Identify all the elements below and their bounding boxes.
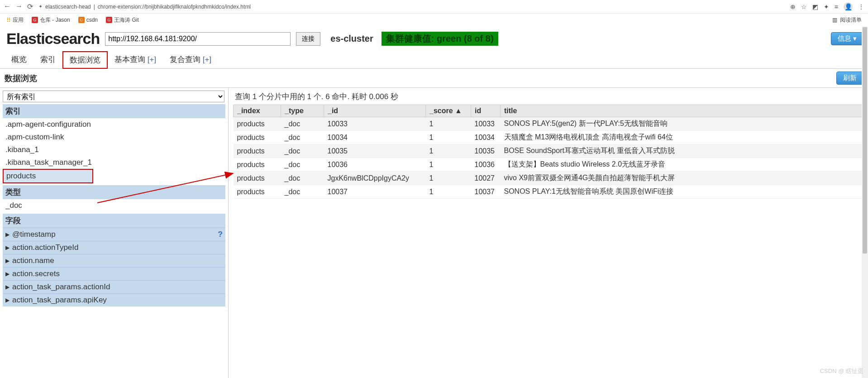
extension-icon: ✦ [38,4,43,10]
index-select[interactable]: 所有索引 [3,91,224,102]
reading-list[interactable]: ▥阅读清单 [832,16,862,24]
table-cell: 1 [426,158,471,172]
table-cell: 【送支架】Beats studio Wireless 2.0无线蓝牙录音 [501,158,863,172]
table-cell: products [234,185,281,199]
table-cell: 天猫魔盒 M13网络电视机顶盒 高清电视盒子wifi 64位 [501,131,863,144]
sidebar-index-item[interactable]: .apm-custom-link [3,131,225,144]
bookmarks-bar: ⠿应用 G仓库 - Jason Ccsdn G王海涛 Git ▥阅读清单 [0,14,868,26]
table-cell: _doc [281,117,324,131]
es-logo: Elasticsearch [6,30,100,48]
back-icon[interactable]: ← [4,2,11,11]
results-table: _index_type_id_score ▲idtitle products_d… [233,105,863,199]
table-cell: 10035 [324,144,426,158]
table-cell: 1 [426,185,471,199]
sidebar-field-item[interactable]: ▶action.name [3,254,225,267]
table-cell: products [234,158,281,172]
table-cell: _doc [281,172,324,185]
column-header[interactable]: title [501,105,863,117]
table-cell: vivo X9前置双摄全网通4G美颜自拍超薄智能手机大屏 [501,172,863,185]
content-area: 所有索引 索引 .apm-agent-configuration.apm-cus… [0,88,868,378]
sidebar-field-item[interactable]: ▶action.actionTypeId [3,241,225,254]
page-url: chrome-extension://bnijbhikabdjiflknalof… [98,4,251,10]
column-header[interactable]: _score ▲ [426,105,471,117]
table-cell: 10034 [471,131,501,144]
sidebar-index-item[interactable]: products [3,169,93,183]
page-title: 数据浏览 [5,73,37,84]
scrollbar[interactable] [862,26,868,378]
chevron-right-icon: ▶ [5,271,10,277]
sidebar-type-item[interactable]: _doc [3,199,225,212]
table-row[interactable]: products_docJgxK6nwBlCDppIgyCA2y110027vi… [234,172,863,185]
reload-icon[interactable]: ⟳ [27,2,33,11]
avatar-icon[interactable]: 👤 [844,2,853,11]
table-cell: 10027 [471,172,501,185]
tab-indices[interactable]: 索引 [33,51,62,69]
sidebar-index-item[interactable]: .apm-agent-configuration [3,118,225,131]
table-cell: _doc [281,158,324,172]
connection-url-input[interactable] [105,32,291,46]
table-cell: 10033 [471,117,501,131]
refresh-button[interactable]: 刷新 [836,72,863,85]
table-row[interactable]: products_doc10037110037SONOS PLAY:1无线智能音… [234,185,863,199]
sidebar-index-item[interactable]: .kibana_task_manager_1 [3,156,225,169]
table-cell: _doc [281,131,324,144]
sidebar-index-item[interactable]: .kibana_1 [3,144,225,156]
table-cell: products [234,144,281,158]
list-icon: ▥ [832,17,837,23]
search-icon[interactable]: ⊕ [790,3,796,10]
column-header[interactable]: _id [324,105,426,117]
scrollbar-thumb[interactable] [863,27,867,254]
extensions-icon[interactable]: ✦ [824,3,829,10]
table-cell: 10035 [471,144,501,158]
cluster-name: es-cluster [330,33,373,44]
table-cell: products [234,131,281,144]
table-row[interactable]: products_doc10035110035BOSE SoundSport耳塞… [234,144,863,158]
bookmark-git[interactable]: G王海涛 Git [106,16,139,24]
address-bar[interactable]: ✦ elasticsearch-head | chrome-extension:… [38,4,785,10]
table-cell: SONOS PLAY:5(gen2) 新一代PLAY:5无线智能音响 [501,117,863,131]
column-header[interactable]: _type [281,105,324,117]
results-panel: 查询 1 个分片中用的 1 个. 6 命中. 耗时 0.006 秒 _index… [229,88,868,378]
menu-icon[interactable]: ⋮ [858,3,864,10]
page-name: elasticsearch-head [45,4,91,10]
table-cell: 10037 [471,185,501,199]
tab-basic-query[interactable]: 基本查询 [+] [108,51,163,69]
chevron-right-icon: ▶ [5,297,10,303]
gitee-icon: G [32,17,38,23]
ext1-icon[interactable]: ◩ [812,3,818,10]
table-cell: _doc [281,185,324,199]
sidebar: 所有索引 索引 .apm-agent-configuration.apm-cus… [0,88,229,378]
tab-compound-query[interactable]: 复合查询 [+] [163,51,218,69]
star-icon[interactable]: ☆ [801,3,807,10]
table-cell: 10037 [324,185,426,199]
sidebar-field-item[interactable]: ▶action_task_params.apiKey [3,293,225,306]
subheader: 数据浏览 刷新 [0,69,868,88]
watermark: CSDN @ 瞎扯蛋 [820,367,863,375]
sidebar-field-item[interactable]: ▶action_task_params.actionId [3,280,225,293]
connect-button[interactable]: 连接 [296,32,320,46]
table-cell: 10033 [324,117,426,131]
table-row[interactable]: products_doc10033110033SONOS PLAY:5(gen2… [234,117,863,131]
es-header: Elasticsearch 连接 es-cluster 集群健康值: green… [0,26,868,51]
table-cell: 1 [426,144,471,158]
playlist-icon[interactable]: ≡ [835,3,838,10]
info-button[interactable]: 信息 ▾ [831,32,863,45]
sidebar-field-item[interactable]: ▶@timestamp? [3,228,225,241]
table-row[interactable]: products_doc10036110036【送支架】Beats studio… [234,158,863,172]
apps-bookmark[interactable]: ⠿应用 [6,16,24,24]
health-badge: 集群健康值: green (8 of 8) [382,32,498,46]
tab-overview[interactable]: 概览 [5,51,33,69]
column-header[interactable]: _index [234,105,281,117]
sidebar-field-item[interactable]: ▶action.secrets [3,267,225,280]
section-type-label: 类型 [3,185,225,199]
help-icon[interactable]: ? [218,230,223,239]
chevron-right-icon: ▶ [5,284,10,290]
table-cell: SONOS PLAY:1无线智能音响系统 美国原创WiFi连接 [501,185,863,199]
forward-icon[interactable]: → [15,2,23,11]
section-fields-label: 字段 [3,214,225,228]
bookmark-jason[interactable]: G仓库 - Jason [32,16,70,24]
column-header[interactable]: id [471,105,501,117]
table-row[interactable]: products_doc10034110034天猫魔盒 M13网络电视机顶盒 高… [234,131,863,144]
bookmark-csdn[interactable]: Ccsdn [78,17,98,23]
tab-browse[interactable]: 数据浏览 [62,51,108,69]
